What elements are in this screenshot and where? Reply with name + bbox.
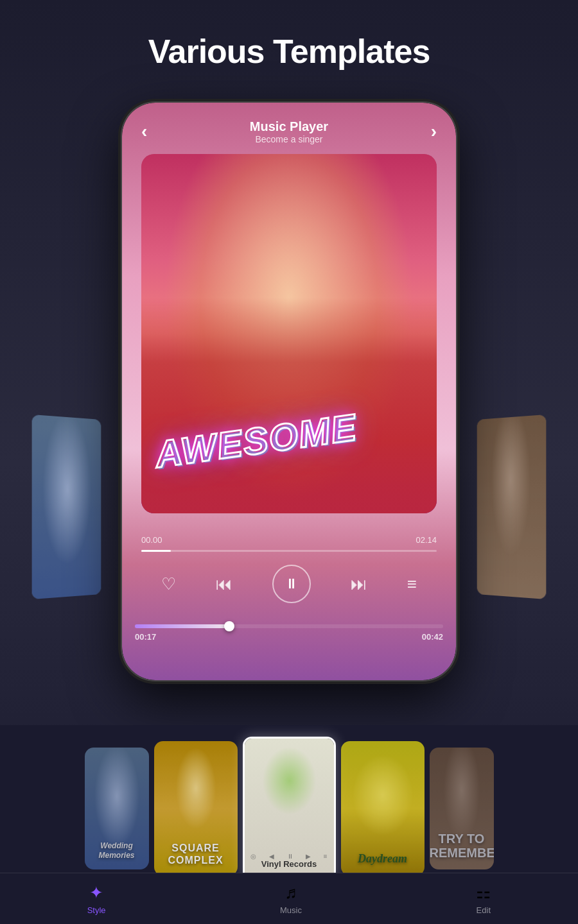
album-art: AWESOME xyxy=(141,154,437,513)
edit-icon: ⚏ xyxy=(476,883,491,903)
phone-frame: ‹ Music Player Become a singer › AWESOME… xyxy=(122,103,456,680)
track-subtitle: Become a singer xyxy=(250,134,328,144)
template-label-daydream: Daydream xyxy=(341,852,425,866)
progress-fill xyxy=(141,550,171,552)
phone-inner: ‹ Music Player Become a singer › AWESOME… xyxy=(122,103,456,680)
timeline-times: 00:17 00:42 xyxy=(135,632,443,642)
prev-button[interactable]: ⏮ xyxy=(216,574,232,594)
side-card-right xyxy=(477,415,547,599)
track-info: Music Player Become a singer xyxy=(250,119,328,144)
template-card-try[interactable]: TRY TOREMEMBER xyxy=(430,748,494,869)
template-card-wedding[interactable]: WeddingMemories xyxy=(85,748,149,869)
time-total: 02.14 xyxy=(416,535,437,545)
time-current: 00.00 xyxy=(141,535,162,545)
template-label-try: TRY TOREMEMBER xyxy=(430,832,494,860)
template-card-daydream[interactable]: Daydream xyxy=(341,741,425,876)
heart-button[interactable]: ♡ xyxy=(161,574,176,594)
vinyl-mini-controls: ◎ ◀ ⏸ ▶ ≡ xyxy=(245,853,334,860)
prev-nav-arrow[interactable]: ‹ xyxy=(141,121,147,142)
template-label-wedding: WeddingMemories xyxy=(85,841,149,860)
template-card-square[interactable]: SQUARECOMPLEX xyxy=(154,741,238,876)
music-icon: ♬ xyxy=(285,883,297,903)
next-button[interactable]: ⏭ xyxy=(351,574,367,594)
template-label-square: SQUARECOMPLEX xyxy=(154,842,238,866)
nav-item-style[interactable]: ✦ Style xyxy=(87,883,106,915)
track-title: Music Player xyxy=(250,119,328,134)
next-nav-arrow[interactable]: › xyxy=(431,121,437,142)
side-card-left xyxy=(32,415,101,599)
bottom-nav: ✦ Style ♬ Music ⚏ Edit xyxy=(0,873,578,924)
timeline-section: 00:17 00:42 xyxy=(122,624,456,642)
playlist-button[interactable]: ≡ xyxy=(407,574,417,594)
template-strip: WeddingMemories SQUARECOMPLEX Vinyl Reco… xyxy=(0,725,578,924)
controls-section: ♡ ⏮ ⏸ ⏭ ≡ xyxy=(141,565,437,603)
template-card-vinyl[interactable]: Vinyl Records ◎ ◀ ⏸ ▶ ≡ xyxy=(243,737,336,880)
music-label: Music xyxy=(280,905,302,915)
progress-times: 00.00 02.14 xyxy=(141,535,437,545)
edit-label: Edit xyxy=(477,905,491,915)
style-label: Style xyxy=(87,905,106,915)
phone-topbar: ‹ Music Player Become a singer › xyxy=(122,103,456,148)
page-title: Various Templates xyxy=(0,32,578,71)
nav-item-music[interactable]: ♬ Music xyxy=(280,883,302,915)
style-icon: ✦ xyxy=(89,883,103,903)
timeline-current: 00:17 xyxy=(135,632,156,642)
timeline-bar[interactable] xyxy=(135,624,443,628)
nav-item-edit[interactable]: ⚏ Edit xyxy=(476,883,491,915)
progress-section: 00.00 02.14 xyxy=(141,535,437,552)
progress-bar[interactable] xyxy=(141,550,437,552)
pause-button[interactable]: ⏸ xyxy=(272,565,311,603)
jacket-overlay xyxy=(141,298,437,513)
templates-row: WeddingMemories SQUARECOMPLEX Vinyl Reco… xyxy=(0,725,578,879)
timeline-fill xyxy=(135,624,227,628)
timeline-thumb[interactable] xyxy=(224,621,234,631)
timeline-end: 00:42 xyxy=(422,632,443,642)
template-label-vinyl: Vinyl Records xyxy=(245,859,334,869)
